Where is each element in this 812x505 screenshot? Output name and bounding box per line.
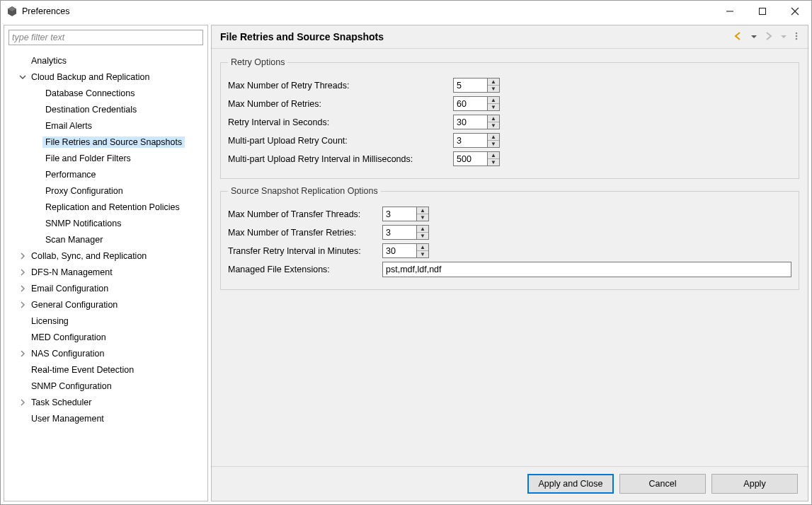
tree-item[interactable]: DFS-N Management — [7, 264, 207, 280]
spinner-down[interactable]: ▼ — [488, 122, 499, 129]
svg-point-6 — [796, 32, 798, 34]
field-label: Max Number of Transfer Retries: — [228, 228, 382, 238]
maximize-button[interactable] — [746, 1, 779, 22]
forward-icon[interactable] — [764, 32, 774, 42]
spinner-up[interactable]: ▲ — [417, 207, 428, 214]
spinner-up[interactable]: ▲ — [488, 152, 499, 159]
minimize-button[interactable] — [714, 1, 746, 22]
spinner-input[interactable] — [453, 115, 487, 129]
nav-panel: AnalyticsCloud Backup and ReplicationDat… — [4, 25, 208, 501]
tree-item-label: SNMP Notifications — [42, 218, 124, 229]
spinner-up[interactable]: ▲ — [417, 244, 428, 251]
tree-item[interactable]: SNMP Configuration — [7, 378, 207, 394]
spinner[interactable]: ▲▼ — [453, 78, 500, 93]
twist-icon[interactable] — [17, 301, 28, 308]
twist-icon[interactable] — [17, 399, 28, 406]
spinner[interactable]: ▲▼ — [382, 207, 429, 221]
tree-item[interactable]: General Configuration — [7, 296, 207, 313]
spinner-up[interactable]: ▲ — [488, 97, 499, 104]
twist-icon[interactable] — [17, 74, 28, 81]
tree-item[interactable]: Performance — [7, 166, 207, 182]
field-label: Transfer Retry Interval in Minutes: — [228, 246, 382, 256]
spinner-input[interactable] — [453, 78, 487, 93]
tree-item-label: User Management — [28, 413, 107, 424]
twist-icon[interactable] — [17, 269, 28, 276]
tree-item[interactable]: File Retries and Source Snapshots — [7, 134, 207, 150]
svg-rect-3 — [760, 8, 766, 15]
tree-item-label: NAS Configuration — [28, 348, 108, 359]
spinner-down[interactable]: ▼ — [488, 104, 499, 110]
spinner-down[interactable]: ▼ — [488, 141, 499, 147]
tree-item[interactable]: Replication and Retention Policies — [7, 199, 207, 215]
spinner[interactable]: ▲▼ — [453, 151, 500, 166]
spinner[interactable]: ▲▼ — [453, 133, 500, 148]
spinner-up[interactable]: ▲ — [417, 226, 428, 233]
tree-item[interactable]: Real-time Event Detection — [7, 361, 207, 378]
field-label: Max Number of Transfer Threads: — [228, 209, 382, 219]
spinner-up[interactable]: ▲ — [488, 134, 499, 141]
tree-item[interactable]: Cloud Backup and Replication — [7, 69, 207, 85]
dropdown-icon[interactable] — [781, 32, 787, 42]
apply-button[interactable]: Apply — [711, 474, 798, 494]
spinner-input[interactable] — [453, 151, 487, 166]
spinner-down[interactable]: ▼ — [417, 214, 428, 221]
back-icon[interactable] — [734, 32, 744, 42]
tree-item[interactable]: Email Alerts — [7, 117, 207, 134]
filter-input[interactable] — [8, 30, 203, 45]
twist-icon[interactable] — [17, 350, 28, 357]
field-label: Max Number of Retries: — [228, 99, 453, 109]
tree-item-label: DFS-N Management — [28, 267, 115, 278]
main-panel: File Retries and Source Snapshots Retry … — [211, 25, 808, 501]
spinner-up[interactable]: ▲ — [488, 115, 499, 122]
tree-item[interactable]: User Management — [7, 410, 207, 426]
app-icon — [6, 6, 18, 17]
tree-item[interactable]: Collab, Sync, and Replication — [7, 248, 207, 264]
spinner-input[interactable] — [453, 96, 487, 111]
dropdown-icon[interactable] — [751, 32, 757, 42]
cancel-button[interactable]: Cancel — [619, 474, 706, 494]
twist-icon[interactable] — [17, 285, 28, 292]
managed-ext-input[interactable] — [382, 262, 791, 277]
tree-item[interactable]: MED Configuration — [7, 329, 207, 345]
tree-item-label: File Retries and Source Snapshots — [42, 137, 185, 148]
apply-and-close-button[interactable]: Apply and Close — [527, 474, 614, 494]
tree-item[interactable]: Email Configuration — [7, 280, 207, 296]
spinner-input[interactable] — [382, 243, 416, 258]
menu-icon[interactable] — [794, 32, 799, 42]
tree-item-label: Performance — [42, 169, 99, 180]
spinner-down[interactable]: ▼ — [417, 233, 428, 239]
twist-icon[interactable] — [17, 253, 28, 260]
window-title: Preferences — [22, 6, 69, 16]
tree-item[interactable]: Scan Manager — [7, 231, 207, 248]
tree-item[interactable]: Destination Credentials — [7, 101, 207, 117]
tree-item[interactable]: Licensing — [7, 313, 207, 329]
tree-item[interactable]: SNMP Notifications — [7, 215, 207, 231]
spinner[interactable]: ▲▼ — [382, 225, 429, 240]
tree-item[interactable]: Analytics — [7, 52, 207, 69]
spinner[interactable]: ▲▼ — [453, 115, 500, 129]
tree-item-label: Database Connections — [42, 88, 137, 99]
spinner-down[interactable]: ▼ — [488, 159, 499, 166]
spinner[interactable]: ▲▼ — [453, 96, 500, 111]
spinner-down[interactable]: ▼ — [488, 86, 499, 92]
nav-tree[interactable]: AnalyticsCloud Backup and ReplicationDat… — [4, 50, 207, 429]
page-title: File Retries and Source Snapshots — [220, 31, 384, 42]
spinner-up[interactable]: ▲ — [488, 79, 499, 86]
close-button[interactable] — [779, 1, 811, 22]
spinner-input[interactable] — [453, 133, 487, 148]
tree-item[interactable]: Proxy Configuration — [7, 182, 207, 199]
spinner-input[interactable] — [382, 225, 416, 240]
svg-point-8 — [796, 37, 798, 40]
tree-item-label: MED Configuration — [28, 332, 109, 343]
tree-item[interactable]: NAS Configuration — [7, 345, 207, 361]
preferences-window: Preferences AnalyticsCloud Backup and Re… — [0, 0, 812, 505]
tree-item-label: SNMP Configuration — [28, 381, 115, 392]
tree-item[interactable]: Task Scheduler — [7, 394, 207, 410]
tree-item-label: Analytics — [28, 55, 69, 66]
spinner-down[interactable]: ▼ — [417, 251, 428, 257]
tree-item[interactable]: Database Connections — [7, 85, 207, 101]
tree-item[interactable]: File and Folder Filters — [7, 150, 207, 166]
spinner-input[interactable] — [382, 207, 416, 221]
spinner[interactable]: ▲▼ — [382, 243, 429, 258]
field-label: Multi-part Upload Retry Count: — [228, 136, 453, 146]
